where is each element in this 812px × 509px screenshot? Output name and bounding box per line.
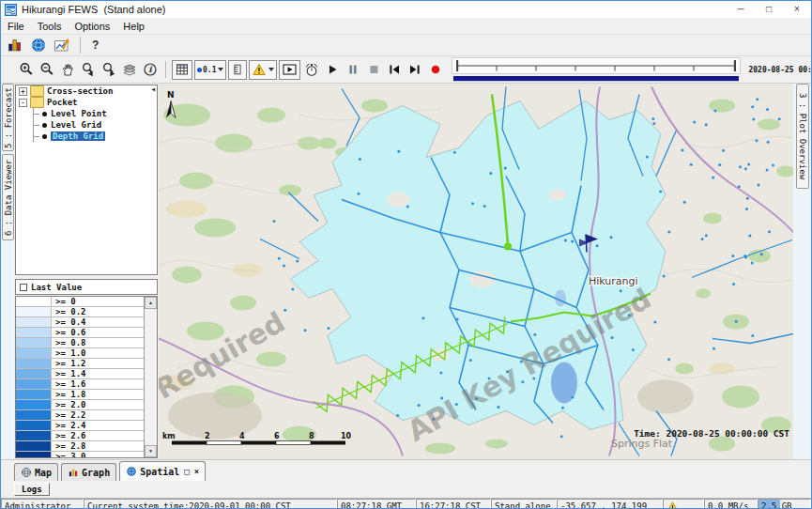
tree-item-label: Level Point — [51, 109, 107, 118]
legend-label: >= 2.8 — [52, 441, 86, 451]
status-user: Administrator — [1, 499, 84, 509]
tree-item-level-point[interactable]: Level Point — [34, 108, 157, 119]
contour-label-value: 0.1 — [203, 66, 216, 74]
right-tab-strip: 3 : Plot Overview — [793, 84, 811, 459]
menu-bar: File Tools Options Help — [1, 18, 811, 35]
legend-row[interactable]: >= 1.0 — [16, 348, 145, 359]
legend-swatch — [16, 317, 52, 327]
zoom-previous-button[interactable] — [78, 59, 99, 80]
legend-label: >= 2.6 — [52, 431, 86, 440]
contour-label-dropdown[interactable]: 0.1 — [194, 60, 226, 80]
bullet-icon — [42, 112, 47, 116]
map-view[interactable]: API Key Required API Key Required Hikura… — [159, 84, 793, 459]
scale-ruler-button[interactable] — [228, 60, 247, 80]
legend-swatch — [16, 410, 52, 420]
pan-hand-button[interactable] — [57, 59, 78, 80]
folder-icon — [30, 85, 44, 97]
record-button[interactable] — [425, 59, 446, 80]
legend-row[interactable]: >= 1.8 — [16, 390, 145, 400]
tab-spatial[interactable]: Spatial □ × — [119, 461, 206, 481]
play-button[interactable] — [322, 59, 343, 80]
tree-item-label: Level Grid — [51, 120, 101, 130]
legend-swatch — [16, 359, 52, 368]
legend-row[interactable]: >= 2.4 — [16, 421, 145, 431]
bullet-icon — [42, 123, 47, 128]
legend-row[interactable]: >= 2.6 — [16, 431, 145, 441]
scroll-down-icon[interactable]: ▼ — [145, 445, 157, 457]
legend-label: >= 0.8 — [52, 338, 86, 347]
scroll-up-icon[interactable]: ▲ — [145, 297, 157, 309]
legend-row[interactable]: >= 0.2 — [16, 307, 145, 317]
tree-children: Level Point Level Grid Depth Grid — [33, 108, 157, 142]
info-button[interactable]: i — [140, 59, 161, 80]
legend-row[interactable]: >= 1.6 — [16, 379, 145, 390]
tree-connector — [34, 136, 39, 137]
spatial-display-button[interactable] — [52, 35, 72, 55]
svg-text:8: 8 — [309, 432, 314, 440]
menu-tools[interactable]: Tools — [31, 21, 69, 32]
zoom-next-button[interactable] — [99, 59, 119, 80]
zoom-in-button[interactable] — [16, 59, 37, 80]
step-forward-button[interactable] — [405, 59, 425, 80]
logs-button[interactable]: Logs — [14, 483, 50, 496]
legend-row[interactable]: >= 0 — [16, 297, 145, 307]
animation-screen-button[interactable] — [279, 60, 300, 80]
last-value-checkbox[interactable] — [20, 284, 27, 291]
legend-row[interactable]: >= 0.4 — [16, 317, 145, 328]
menu-options[interactable]: Options — [68, 21, 116, 32]
tree-item-pocket[interactable]: - Pocket — [16, 97, 157, 108]
svg-text:10: 10 — [341, 432, 352, 440]
menu-help[interactable]: Help — [116, 21, 151, 32]
maximize-button[interactable]: □ — [755, 1, 783, 18]
stop-button[interactable] — [363, 59, 384, 80]
legend-row[interactable]: >= 2.8 — [16, 441, 145, 452]
legend-swatch — [16, 441, 52, 451]
tree-connector — [34, 114, 39, 115]
tab-graph[interactable]: Graph — [61, 463, 116, 481]
menu-file[interactable]: File — [1, 21, 31, 32]
application-window: Hikurangi FEWS (Stand alone) ─ □ × File … — [0, 0, 812, 509]
tab-close-icon[interactable]: × — [194, 467, 199, 476]
legend-scrollbar[interactable]: ▲ ▼ — [144, 297, 157, 457]
close-button[interactable]: × — [783, 1, 811, 18]
label-dot-icon — [197, 68, 202, 72]
tree-item-cross-section[interactable]: + Cross-section — [16, 85, 157, 97]
step-back-button[interactable] — [384, 59, 405, 80]
legend-row[interactable]: >= 0.8 — [16, 338, 145, 348]
legend-row[interactable]: >= 1.4 — [16, 369, 145, 379]
time-series-display-button[interactable] — [5, 35, 25, 55]
animation-timer-button[interactable] — [301, 59, 322, 80]
status-warning-cell — [663, 499, 704, 509]
map-canvas[interactable]: API Key Required API Key Required Hikura… — [159, 84, 793, 459]
legend-row[interactable]: >= 2.0 — [16, 400, 145, 410]
tab-maximize-icon[interactable]: □ — [184, 467, 189, 476]
pause-button[interactable] — [343, 59, 363, 80]
minimize-button[interactable]: ─ — [727, 1, 755, 18]
tab-forecast[interactable]: 5 : Forecast — [2, 84, 14, 151]
legend-row[interactable]: >= 2.2 — [16, 410, 145, 421]
collapse-icon[interactable]: - — [19, 99, 27, 107]
legend-label: >= 0 — [52, 297, 76, 306]
grid-toggle-button[interactable] — [172, 60, 192, 80]
toolbar-separator — [80, 37, 81, 54]
zoom-out-button[interactable] — [37, 59, 57, 80]
tree-item-depth-grid[interactable]: Depth Grid — [34, 131, 157, 142]
status-system-time: Current system time:2020-09-01 00:00 CST — [84, 499, 337, 509]
warnings-dropdown[interactable] — [249, 60, 277, 80]
help-button[interactable]: ? — [88, 39, 102, 52]
tab-map[interactable]: Map — [14, 463, 58, 481]
tab-data-viewer[interactable]: 6 : Data Viewer — [2, 154, 14, 240]
tree-item-level-grid[interactable]: Level Grid — [34, 119, 157, 131]
legend-row[interactable]: >= 0.6 — [16, 328, 145, 338]
app-logo-icon — [5, 4, 17, 16]
expand-icon[interactable]: + — [19, 87, 27, 96]
layers-button[interactable] — [119, 59, 140, 80]
time-slider[interactable] — [452, 57, 741, 82]
legend-row[interactable]: >= 1.2 — [16, 359, 145, 369]
tab-plot-overview[interactable]: 3 : Plot Overview — [796, 84, 809, 189]
map-display-button[interactable] — [28, 35, 49, 55]
panel-collapse-handle[interactable]: ◀ — [151, 86, 155, 92]
left-tab-strip: 5 : Forecast 6 : Data Viewer — [1, 84, 14, 459]
legend-row[interactable]: >= 3.0 — [16, 452, 145, 457]
status-local-time: 16:27:18 CST — [416, 499, 491, 509]
